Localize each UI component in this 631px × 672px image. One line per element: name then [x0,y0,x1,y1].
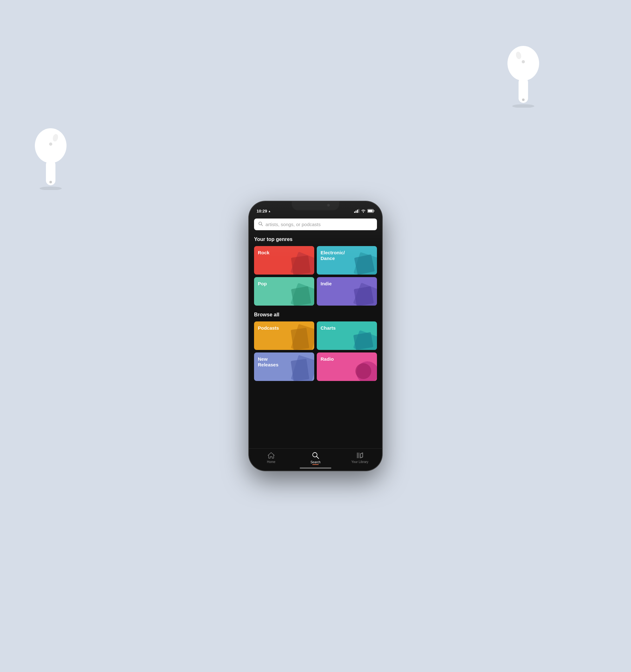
screen-content[interactable]: artists, songs, or podcasts Your top gen… [249,215,382,449]
new-releases-card[interactable]: NewReleases [254,353,314,381]
status-time: 10:29 ▲ [257,209,271,213]
svg-point-5 [40,187,62,190]
home-label: Home [267,460,276,464]
svg-rect-17 [374,210,374,212]
search-icon [258,222,263,227]
electronic-label: Electronic/Dance [321,250,345,261]
battery-icon [368,209,374,213]
indie-card[interactable]: Indie [317,277,377,306]
top-genres-title: Your top genres [254,237,377,242]
svg-rect-14 [357,210,358,213]
library-icon [356,452,363,459]
pop-label: Pop [258,281,267,287]
svg-rect-18 [368,210,373,212]
svg-point-3 [49,181,52,183]
status-icons [354,209,374,213]
svg-point-11 [512,104,534,108]
new-releases-label: NewReleases [258,356,278,368]
svg-line-26 [360,457,363,458]
svg-rect-15 [358,209,359,213]
location-icon: ▲ [268,210,271,213]
home-icon [268,452,275,459]
wifi-icon [361,209,366,213]
pop-card[interactable]: Pop [254,277,314,306]
search-label-wrapper: Search [310,460,321,464]
nav-home[interactable]: Home [262,452,281,464]
genre-grid: Rock Electronic/Dance Pop [254,246,377,306]
svg-line-22 [317,456,319,459]
charts-card[interactable]: Charts [317,321,377,350]
svg-line-25 [360,453,363,454]
rock-card[interactable]: Rock [254,246,314,274]
notch [292,201,339,210]
svg-rect-12 [354,212,355,213]
podcasts-card[interactable]: Podcasts [254,321,314,350]
nav-library[interactable]: Your Library [350,452,369,464]
svg-line-20 [261,224,263,226]
phone-screen: 10:29 ▲ [249,201,382,471]
svg-point-2 [49,143,52,146]
search-bar[interactable]: artists, songs, or podcasts [254,218,377,230]
browse-all-title: Browse all [254,312,377,318]
phone: 10:29 ▲ [249,201,382,471]
charts-label: Charts [321,325,336,331]
home-indicator [300,467,331,469]
svg-point-8 [522,60,525,63]
svg-rect-13 [356,211,357,213]
radio-card[interactable]: Radio [317,353,377,381]
podcasts-label: Podcasts [258,325,279,331]
search-placeholder: artists, songs, or podcasts [265,222,321,227]
airpod-left [25,120,76,190]
airpod-right [498,38,548,108]
radio-label: Radio [321,356,334,362]
phone-outer: 10:29 ▲ [249,201,382,471]
search-nav-icon [312,452,319,460]
electronic-card[interactable]: Electronic/Dance [317,246,377,274]
signal-icon [354,209,359,213]
indie-label: Indie [321,281,332,287]
rock-label: Rock [258,250,270,256]
library-label: Your Library [351,460,368,464]
nav-search[interactable]: Search [306,452,325,464]
browse-grid: Podcasts Charts NewReleases [254,321,377,381]
svg-point-9 [522,98,524,101]
search-label: Search [310,460,321,464]
